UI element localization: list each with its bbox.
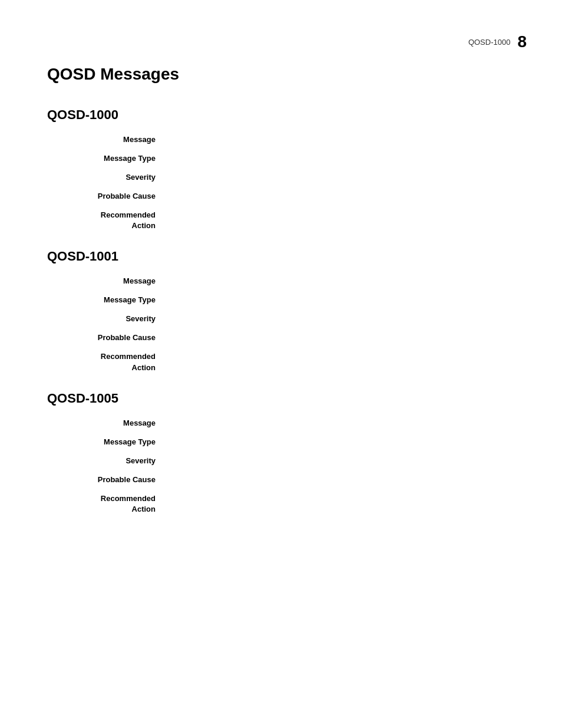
section-qosd-1005: QOSD-1005MessageMessage TypeSeverityProb…	[47, 391, 527, 515]
field-value	[165, 295, 527, 307]
field-row: Message	[47, 276, 527, 288]
section-title-qosd-1005: QOSD-1005	[47, 391, 527, 406]
section-qosd-1000: QOSD-1000MessageMessage TypeSeverityProb…	[47, 107, 527, 231]
field-row: Severity	[47, 172, 527, 184]
field-label: Probable Cause	[47, 332, 165, 344]
field-label: Message Type	[47, 437, 165, 449]
field-value	[165, 210, 527, 231]
field-value	[165, 153, 527, 165]
field-value	[165, 134, 527, 146]
field-row: RecommendedAction	[47, 351, 527, 373]
field-value	[165, 437, 527, 449]
field-label: Message	[47, 418, 165, 430]
field-row: RecommendedAction	[47, 493, 527, 515]
field-label: RecommendedAction	[47, 493, 165, 515]
page-number: 8	[517, 32, 527, 51]
field-label: Probable Cause	[47, 475, 165, 486]
field-label: RecommendedAction	[47, 210, 165, 231]
section-qosd-1001: QOSD-1001MessageMessage TypeSeverityProb…	[47, 249, 527, 373]
field-label: Message	[47, 134, 165, 146]
field-label: Message Type	[47, 295, 165, 307]
field-value	[165, 314, 527, 325]
doc-title: QOSD Messages	[47, 65, 527, 84]
field-label: RecommendedAction	[47, 351, 165, 373]
field-row: Probable Cause	[47, 191, 527, 203]
field-label: Severity	[47, 172, 165, 184]
field-value	[165, 493, 527, 515]
field-row: Severity	[47, 456, 527, 467]
section-title-qosd-1000: QOSD-1000	[47, 107, 527, 123]
field-label: Message Type	[47, 153, 165, 165]
field-label: Message	[47, 276, 165, 288]
field-value	[165, 332, 527, 344]
field-label: Probable Cause	[47, 191, 165, 203]
sections-container: QOSD-1000MessageMessage TypeSeverityProb…	[47, 107, 527, 515]
field-row: Severity	[47, 314, 527, 325]
chapter-ref: QOSD-1000	[468, 38, 511, 47]
field-value	[165, 351, 527, 373]
field-row: Message	[47, 418, 527, 430]
field-value	[165, 276, 527, 288]
field-value	[165, 191, 527, 203]
field-row: Probable Cause	[47, 332, 527, 344]
main-content: QOSD Messages QOSD-1000MessageMessage Ty…	[0, 0, 562, 568]
field-label: Severity	[47, 456, 165, 467]
field-row: Probable Cause	[47, 475, 527, 486]
field-value	[165, 475, 527, 486]
field-value	[165, 172, 527, 184]
page-header: QOSD-1000 8	[468, 32, 527, 51]
field-value	[165, 418, 527, 430]
field-row: Message Type	[47, 153, 527, 165]
field-row: Message Type	[47, 437, 527, 449]
field-row: Message	[47, 134, 527, 146]
field-row: Message Type	[47, 295, 527, 307]
section-title-qosd-1001: QOSD-1001	[47, 249, 527, 264]
field-value	[165, 456, 527, 467]
field-label: Severity	[47, 314, 165, 325]
field-row: RecommendedAction	[47, 210, 527, 231]
